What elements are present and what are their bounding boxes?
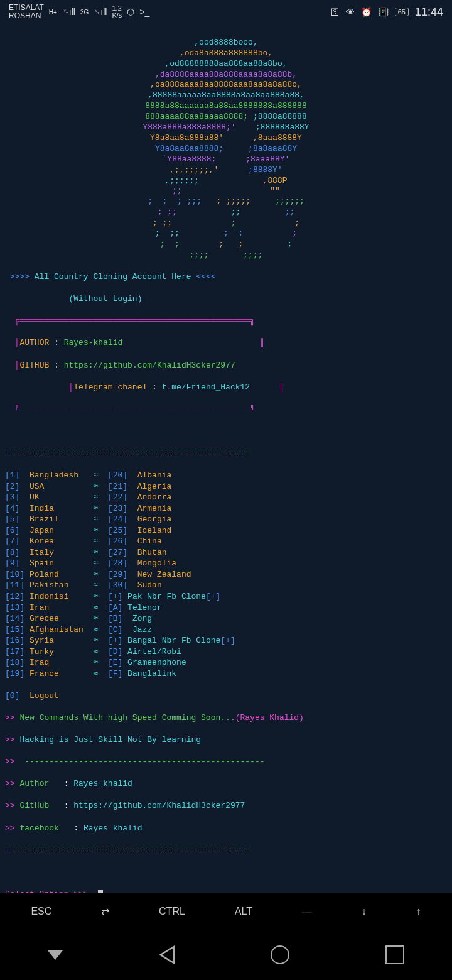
signal-2-icon: 3G xyxy=(80,9,89,16)
footer-author: >> Author : Rayes_khalid xyxy=(5,778,447,790)
terminal-output[interactable]: ,ood8888booo, ,oda8a888a888888bo, ,od888… xyxy=(0,24,452,913)
menu-row[interactable]: [8] Italy ≈ [27] Bhutan xyxy=(5,547,447,558)
battery-icon: 65 xyxy=(395,8,409,16)
menu-row[interactable]: [17] Turky ≈ [D] Airtel/Robi xyxy=(5,646,447,658)
telegram-row: ║Telegram chanel : t.me/Friend_Hack12 ║ xyxy=(5,382,447,393)
menu-row[interactable]: [2] USA ≈ [21] Algeria xyxy=(5,481,447,493)
down-key[interactable]: ↓ xyxy=(362,906,367,917)
menu-row[interactable]: [10] Poland ≈ [29] New Zealand xyxy=(5,569,447,580)
menu-row[interactable]: [3] UK ≈ [22] Andorra xyxy=(5,492,447,503)
android-nav-bar xyxy=(0,930,452,980)
divider-bottom: ========================================… xyxy=(5,845,447,856)
menu-row[interactable]: [15] Afghanistan ≈ [C] Jazz xyxy=(5,624,447,636)
banner-subtitle: (Without Login) xyxy=(5,293,447,305)
title-prefix: >>>> xyxy=(10,272,30,281)
key-icon: ⚿ xyxy=(331,7,340,17)
keyboard-hide-icon[interactable] xyxy=(48,950,63,960)
signal-bars-1-icon: ␋ıll xyxy=(62,7,75,18)
menu-row[interactable]: [12] Indonisi ≈ [+] Pak Nbr Fb Clone[+] xyxy=(5,591,447,602)
status-left: ETISALAT ROSHAN H+ ␋ıll 3G ␋ıll 1.2 K/s … xyxy=(9,4,149,20)
tab-key[interactable]: ⇄ xyxy=(101,905,109,917)
signal-bars-2-icon: ␋ıll xyxy=(94,7,107,18)
esc-key[interactable]: ESC xyxy=(31,906,51,917)
home-button[interactable] xyxy=(271,945,289,964)
menu-row[interactable]: [16] Syria ≈ [+] Bangal Nbr Fb Clone[+] xyxy=(5,635,447,646)
menu-row[interactable]: [18] Iraq ≈ [E] Grameenphone xyxy=(5,657,447,668)
eye-icon: 👁 xyxy=(346,7,355,17)
carrier-names: ETISALAT ROSHAN xyxy=(9,4,44,20)
status-bar: ETISALAT ROSHAN H+ ␋ıll 3G ␋ıll 1.2 K/s … xyxy=(0,0,452,24)
carrier-2: ROSHAN xyxy=(9,12,44,20)
menu-row[interactable]: [1] Bangladesh ≈ [20] Albania xyxy=(5,470,447,481)
banner-title: All Country Cloning Account Here xyxy=(35,272,191,281)
terminal-prompt-icon: >_ xyxy=(139,7,149,17)
menu-row[interactable]: [11] Pakistan ≈ [30] Sudan xyxy=(5,580,447,591)
recent-apps-button[interactable] xyxy=(385,945,404,964)
footer-line2: >> Hacking is Just Skill Not By learning xyxy=(5,734,447,746)
banner-title-row: >>>> All Country Cloning Account Here <<… xyxy=(5,271,447,283)
menu-row[interactable]: [9] Spain ≈ [28] Mongolia xyxy=(5,558,447,569)
net-speed: 1.2 K/s xyxy=(112,5,122,19)
terminal-key-row: ESC ⇄ CTRL ALT — ↓ ↑ xyxy=(0,893,452,930)
alarm-icon: ⏰ xyxy=(361,7,372,17)
menu-row[interactable]: [5] Brazil ≈ [24] Georgia xyxy=(5,514,447,525)
ctrl-key[interactable]: CTRL xyxy=(159,906,185,917)
menu-row[interactable]: [13] Iran ≈ [A] Telenor xyxy=(5,602,447,614)
clock: 11:44 xyxy=(415,6,443,19)
speed-unit: K/s xyxy=(112,12,122,19)
author-row: ║AUTHOR : Rayes-khalid ║ xyxy=(5,337,447,349)
ascii-art-skull: ,ood8888booo, ,oda8a888a888888bo, ,od888… xyxy=(5,38,447,261)
status-right: ⚿ 👁 ⏰ 📳 65 11:44 xyxy=(331,6,443,19)
footer-line1: >> New Commands With high Speed Comming … xyxy=(5,712,447,724)
up-key[interactable]: ↑ xyxy=(416,906,421,917)
box-top: ╔═══════════════════════════════════════… xyxy=(5,315,447,327)
menu-row[interactable]: [6] Japan ≈ [25] Iceland xyxy=(5,525,447,536)
alt-key[interactable]: ALT xyxy=(235,906,252,917)
menu-row[interactable]: [7] Korea ≈ [26] China xyxy=(5,536,447,547)
divider-top: ========================================… xyxy=(5,448,447,459)
box-bottom: ╚═══════════════════════════════════════… xyxy=(5,404,447,415)
menu-row[interactable]: [4] India ≈ [23] Armenia xyxy=(5,503,447,514)
title-suffix: <<<< xyxy=(196,272,215,281)
footer-dashes: >> -------------------------------------… xyxy=(5,756,447,768)
country-menu: [1] Bangladesh ≈ [20] Albania[2] USA ≈ [… xyxy=(5,470,447,679)
shield-icon: ⬡ xyxy=(127,7,134,17)
vibrate-icon: 📳 xyxy=(378,7,389,17)
footer-github: >> GitHub : https://github.com/KhalidH3c… xyxy=(5,800,447,812)
back-button[interactable] xyxy=(159,945,175,964)
menu-row[interactable]: [14] Grecee ≈ [B] Zong xyxy=(5,613,447,624)
dash-key[interactable]: — xyxy=(302,906,312,917)
signal-1-icon: H+ xyxy=(49,9,57,16)
logout-row[interactable]: [0] Logout xyxy=(5,690,447,702)
github-row: ║GITHUB : https://github.com/KhalidH3cke… xyxy=(5,360,447,371)
menu-row[interactable]: [19] France ≈ [F] Banglalink xyxy=(5,668,447,680)
footer-fb: >> facebook : Rayes khalid xyxy=(5,823,447,834)
